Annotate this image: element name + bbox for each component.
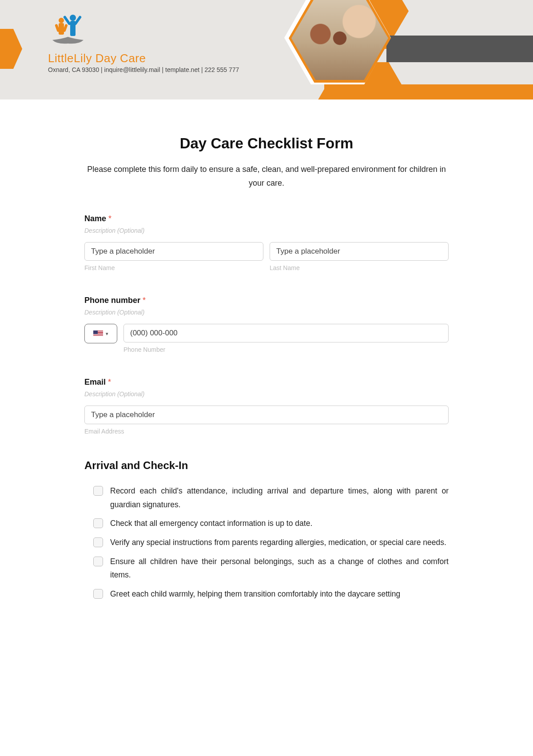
checklist-item: Greet each child warmly, helping them tr…: [84, 587, 449, 601]
first-name-input[interactable]: [84, 242, 263, 261]
svg-rect-1: [59, 23, 64, 35]
brand-contact-line: Oxnard, CA 93030 | inquire@littlelily.ma…: [48, 66, 239, 73]
brand-name: LittleLily Day Care: [48, 52, 239, 65]
checkbox[interactable]: [93, 537, 103, 547]
chevron-down-icon: ▾: [106, 331, 108, 337]
checkbox[interactable]: [93, 486, 103, 496]
name-field-block: Name * Description (Optional) First Name…: [84, 214, 449, 271]
checkbox[interactable]: [93, 557, 103, 566]
checklist-item: Check that all emergency contact informa…: [84, 517, 449, 530]
checklist-item: Verify any special instructions from par…: [84, 536, 449, 549]
email-field-block: Email * Description (Optional) Email Add…: [84, 378, 449, 435]
first-name-sublabel: First Name: [84, 264, 263, 271]
required-mark: *: [143, 296, 146, 305]
checkbox[interactable]: [93, 518, 103, 528]
required-mark: *: [108, 214, 111, 223]
decorative-bar-orange: [324, 84, 533, 99]
checkbox[interactable]: [93, 589, 103, 599]
email-label: Email *: [84, 378, 449, 387]
checklist-item-text: Verify any special instructions from par…: [110, 536, 446, 549]
checklist-item-text: Ensure all children have their personal …: [110, 555, 449, 582]
logo-icon: [48, 12, 88, 48]
logo-block: LittleLily Day Care Oxnard, CA 93030 | i…: [48, 12, 239, 73]
phone-sublabel: Phone Number: [123, 346, 449, 353]
form-content: Day Care Checklist Form Please complete …: [84, 99, 449, 615]
name-label-text: Name: [84, 214, 106, 223]
arrival-checklist: Record each child's attendance, includin…: [84, 484, 449, 601]
checklist-item-text: Check that all emergency contact informa…: [110, 517, 312, 530]
phone-label: Phone number *: [84, 296, 449, 305]
phone-description: Description (Optional): [84, 309, 449, 316]
form-title: Day Care Checklist Form: [84, 135, 449, 152]
phone-field-block: Phone number * Description (Optional) ▾ …: [84, 296, 449, 353]
checklist-item: Record each child's attendance, includin…: [84, 484, 449, 511]
flag-us-icon: [93, 330, 103, 337]
name-description: Description (Optional): [84, 227, 449, 234]
email-sublabel: Email Address: [84, 428, 449, 435]
country-code-select[interactable]: ▾: [84, 324, 117, 343]
phone-number-input[interactable]: [123, 324, 449, 342]
accent-shape-left: [0, 29, 22, 69]
header-banner: LittleLily Day Care Oxnard, CA 93030 | i…: [0, 0, 533, 99]
email-description: Description (Optional): [84, 390, 449, 398]
required-mark: *: [108, 378, 111, 386]
decorative-bar-grey: [386, 36, 533, 62]
svg-point-4: [70, 15, 76, 21]
svg-point-0: [59, 18, 64, 23]
header-graphics: [275, 0, 533, 99]
section-heading-arrival: Arrival and Check-In: [84, 459, 449, 472]
name-label: Name *: [84, 214, 449, 223]
checklist-item-text: Record each child's attendance, includin…: [110, 484, 449, 511]
phone-label-text: Phone number: [84, 296, 140, 305]
form-intro-text: Please complete this form daily to ensur…: [84, 163, 449, 190]
email-label-text: Email: [84, 378, 106, 386]
email-input[interactable]: [84, 406, 449, 424]
last-name-input[interactable]: [270, 242, 449, 261]
checklist-item: Ensure all children have their personal …: [84, 555, 449, 582]
checklist-item-text: Greet each child warmly, helping them tr…: [110, 587, 400, 601]
last-name-sublabel: Last Name: [270, 264, 449, 271]
